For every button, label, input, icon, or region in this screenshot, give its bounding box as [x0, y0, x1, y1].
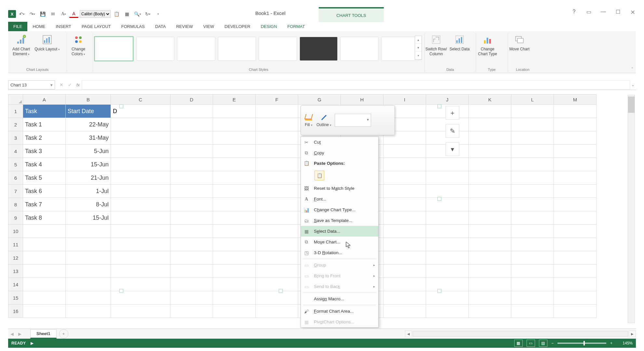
- row-header-4[interactable]: 4: [8, 145, 23, 158]
- row-header-5[interactable]: 5: [8, 158, 23, 171]
- tab-design[interactable]: DESIGN: [256, 22, 282, 31]
- ctx-move-chart[interactable]: ⧉Move Chart...: [301, 237, 378, 247]
- ribbon-display-button[interactable]: ▭: [585, 9, 592, 16]
- select-all-corner[interactable]: [8, 95, 23, 105]
- font-size-button[interactable]: A▾: [59, 9, 68, 19]
- styles-scroll-more[interactable]: ▾: [415, 52, 422, 59]
- undo-button[interactable]: ↶▾: [17, 9, 26, 19]
- chart-style-7[interactable]: [340, 37, 379, 61]
- row-header-2[interactable]: 2: [8, 118, 23, 131]
- qat-customize-button[interactable]: ▾: [154, 9, 163, 19]
- row-header-9[interactable]: 9: [8, 211, 23, 225]
- chart-handle-tl[interactable]: [119, 104, 123, 108]
- col-header-H[interactable]: H: [341, 95, 383, 105]
- zoom-in-button[interactable]: +: [610, 341, 612, 345]
- col-header-F[interactable]: F: [256, 95, 298, 105]
- tab-file[interactable]: FILE: [8, 22, 27, 31]
- row-header-12[interactable]: 12: [8, 251, 23, 265]
- row-header-3[interactable]: 3: [8, 131, 23, 145]
- cell-B2[interactable]: 22-May: [66, 118, 111, 131]
- chart-styles-gallery[interactable]: [94, 36, 419, 62]
- ctx-reset-match-style[interactable]: 🖼Reset to Match Style: [301, 183, 378, 194]
- sheet-tab-active[interactable]: Sheet1: [30, 329, 57, 339]
- chart-handle-b[interactable]: [279, 289, 283, 293]
- ctx-font[interactable]: AFont...: [301, 194, 378, 204]
- tab-insert[interactable]: INSERT: [50, 22, 76, 31]
- view-page-layout-button[interactable]: ▭: [527, 340, 535, 347]
- print-preview-button[interactable]: 🔍▾: [133, 9, 142, 19]
- mini-shape-style-picker[interactable]: [335, 114, 371, 127]
- horizontal-scrollbar[interactable]: ◀ ▶: [405, 331, 636, 337]
- cell-A2[interactable]: Task 1: [23, 118, 66, 131]
- ctx-save-as-template[interactable]: 🗂Save as Template...: [301, 215, 378, 226]
- cell-A7[interactable]: Task 6: [23, 185, 66, 198]
- change-colors-button[interactable]: Change Colors: [67, 33, 90, 64]
- zoom-percent[interactable]: 145%: [616, 341, 633, 345]
- row-header-1[interactable]: 1: [8, 105, 23, 118]
- hscroll-left[interactable]: ◀: [405, 331, 412, 337]
- cell-A8[interactable]: Task 7: [23, 198, 66, 211]
- change-chart-type-button[interactable]: Change Chart Type: [476, 33, 499, 64]
- col-header-M[interactable]: M: [554, 95, 597, 105]
- ctx-select-data[interactable]: ▦Select Data...: [301, 226, 378, 237]
- sheet-nav-next[interactable]: ▶: [16, 332, 24, 336]
- mini-outline-button[interactable]: Outline ▾: [316, 113, 331, 127]
- col-header-E[interactable]: E: [213, 95, 256, 105]
- chart-filters-button[interactable]: ▾: [446, 142, 459, 156]
- paste-button[interactable]: 📋: [112, 9, 121, 19]
- chart-style-4[interactable]: [218, 37, 256, 61]
- hscroll-right[interactable]: ▶: [629, 331, 636, 337]
- row-header-16[interactable]: 16: [8, 305, 23, 318]
- paste-option-button[interactable]: 📋: [315, 171, 324, 180]
- select-data-button[interactable]: Select Data: [448, 33, 471, 64]
- row-header-7[interactable]: 7: [8, 185, 23, 198]
- col-header-C[interactable]: C: [111, 95, 170, 105]
- new-sheet-button[interactable]: ＋: [59, 329, 68, 338]
- row-header-8[interactable]: 8: [8, 198, 23, 211]
- row-header-13[interactable]: 13: [8, 265, 23, 278]
- zoom-out-button[interactable]: −: [551, 341, 554, 345]
- col-header-D[interactable]: D: [170, 95, 213, 105]
- chart-style-6[interactable]: [300, 37, 338, 61]
- cell-A4[interactable]: Task 3: [23, 145, 66, 158]
- cell-A6[interactable]: Task 5: [23, 171, 66, 185]
- font-picker[interactable]: Calibri (Body): [80, 10, 111, 18]
- chart-elements-button[interactable]: ＋: [446, 106, 459, 120]
- email-button[interactable]: ✉: [48, 9, 58, 19]
- ctx-3d-rotation[interactable]: ◳3-D Rotation...: [301, 247, 378, 258]
- collapse-ribbon-button[interactable]: ˄: [631, 67, 633, 72]
- tab-view[interactable]: VIEW: [198, 22, 219, 31]
- chart-styles-scroll[interactable]: ▲ ▼ ▾: [415, 36, 422, 60]
- cell-B4[interactable]: 5-Jun: [66, 145, 111, 158]
- border-button[interactable]: ▦: [122, 9, 131, 19]
- vertical-scrollbar[interactable]: [628, 95, 635, 323]
- tab-page-layout[interactable]: PAGE LAYOUT: [76, 22, 116, 31]
- mini-fill-button[interactable]: Fill ▾: [304, 113, 313, 127]
- expand-formula-bar-button[interactable]: ⌄: [630, 83, 636, 87]
- switch-row-column-button[interactable]: Switch Row/ Column: [424, 33, 448, 64]
- fx-icon[interactable]: fx: [76, 83, 80, 87]
- styles-scroll-down[interactable]: ▼: [415, 44, 422, 52]
- macro-record-icon[interactable]: ▶: [31, 341, 34, 345]
- minimize-button[interactable]: —: [600, 9, 607, 16]
- col-header-J[interactable]: J: [426, 95, 469, 105]
- chart-style-2[interactable]: [136, 37, 175, 61]
- col-header-L[interactable]: L: [511, 95, 554, 105]
- chart-styles-button[interactable]: ✎: [446, 124, 459, 138]
- ctx-copy[interactable]: ⧉Copy: [301, 148, 378, 158]
- tab-review[interactable]: REVIEW: [171, 22, 198, 31]
- chart-style-5[interactable]: [259, 37, 297, 61]
- chart-style-8[interactable]: [381, 37, 420, 61]
- save-button[interactable]: 💾: [38, 9, 47, 19]
- cell-B3[interactable]: 31-May: [66, 131, 111, 145]
- ctx-format-chart-area[interactable]: 🖌Format Chart Area...: [301, 306, 378, 317]
- row-header-10[interactable]: 10: [8, 225, 23, 238]
- col-header-B[interactable]: B: [66, 95, 111, 105]
- quick-layout-button[interactable]: Quick Layout: [34, 33, 60, 64]
- cell-B9[interactable]: 15-Jul: [66, 211, 111, 225]
- close-button[interactable]: ✕: [629, 9, 636, 16]
- view-page-break-button[interactable]: ▤: [539, 340, 547, 347]
- col-header-G[interactable]: G: [298, 95, 341, 105]
- refresh-button[interactable]: ↻▾: [143, 9, 152, 19]
- row-header-14[interactable]: 14: [8, 278, 23, 291]
